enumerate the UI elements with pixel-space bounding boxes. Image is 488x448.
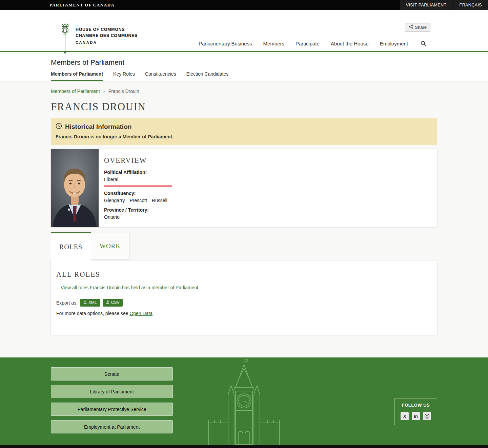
export-row: Export as: XML CSV — [56, 299, 432, 307]
nav-members[interactable]: Members — [263, 41, 284, 46]
breadcrumb: Members of Parliament › Francis Drouin — [51, 81, 437, 94]
download-icon — [106, 300, 109, 305]
province-value: Ontario — [104, 214, 172, 220]
chevron-right-icon: › — [103, 88, 105, 94]
all-roles-card: ALL ROLES View all roles Francis Drouin … — [51, 261, 437, 335]
open-data-link[interactable]: Open Data — [129, 311, 152, 316]
footer: Senate Library of Parliament Parliamenta… — [0, 357, 488, 445]
employment-at-parliament-button[interactable]: Employment at Parliament — [51, 420, 173, 433]
visit-parliament-link[interactable]: VISIT PARLIAMENT — [400, 0, 453, 10]
view-all-roles-link[interactable]: View all roles Francis Drouin has held a… — [61, 285, 200, 290]
house-of-commons-crest-icon — [59, 23, 72, 55]
parliament-of-canada-brand: PARLIAMENT OF CANADA — [0, 0, 115, 10]
constituency-value: Glengarry—Prescott—Russell — [104, 198, 172, 203]
export-xml-label: XML — [88, 300, 97, 305]
tab-roles[interactable]: ROLES — [51, 232, 91, 261]
political-affiliation-value: Liberal — [104, 177, 172, 182]
follow-us-box: FOLLOW US X in — [394, 398, 437, 425]
tab-key-roles[interactable]: Key Roles — [113, 71, 135, 81]
house-of-commons-logo[interactable]: HOUSE OF COMMONS CHAMBRE DES COMMUNES CA… — [59, 23, 138, 55]
export-csv-button[interactable]: CSV — [103, 299, 123, 307]
overview-card: OVERVIEW Political Affiliation: Liberal … — [51, 149, 437, 227]
nav-participate[interactable]: Participate — [296, 41, 320, 46]
all-roles-heading: ALL ROLES — [56, 270, 432, 279]
breadcrumb-current: Francis Drouin — [108, 89, 139, 94]
share-button[interactable]: Share — [405, 23, 430, 32]
follow-us-label: FOLLOW US — [398, 403, 433, 408]
library-of-parliament-button[interactable]: Library of Parliament — [51, 385, 173, 398]
section-header: Members of Parliament Members of Parliam… — [0, 52, 488, 81]
historical-information-banner: Historical Information Francis Drouin is… — [51, 118, 437, 145]
nav-employment[interactable]: Employment — [380, 41, 408, 46]
peace-tower-illustration — [202, 357, 286, 445]
tab-members-of-parliament[interactable]: Members of Parliament — [51, 71, 103, 81]
main-nav: Parliamentary Business Members Participa… — [199, 41, 426, 46]
overview-heading: OVERVIEW — [104, 156, 172, 165]
top-bar: PARLIAMENT OF CANADA VISIT PARLIAMENT FR… — [0, 0, 488, 10]
logo-line-fr: CHAMBRE DES COMMUNES — [76, 33, 138, 39]
province-label: Province / Territory: — [104, 207, 172, 213]
tab-election-candidates[interactable]: Election Candidates — [186, 71, 229, 81]
site-header: HOUSE OF COMMONS CHAMBRE DES COMMUNES CA… — [0, 10, 488, 52]
tab-constituencies[interactable]: Constituencies — [145, 71, 176, 81]
export-xml-button[interactable]: XML — [80, 299, 100, 307]
x-twitter-icon[interactable]: X — [401, 412, 409, 420]
breadcrumb-members-of-parliament[interactable]: Members of Parliament — [51, 89, 100, 94]
logo-wordmark: HOUSE OF COMMONS CHAMBRE DES COMMUNES CA… — [76, 23, 138, 55]
notice-heading: Historical Information — [56, 123, 432, 131]
section-title: Members of Parliament — [51, 58, 437, 66]
search-icon[interactable] — [421, 41, 426, 46]
instagram-icon[interactable] — [423, 412, 431, 420]
logo-line-en: HOUSE OF COMMONS — [76, 27, 138, 33]
language-toggle-francais[interactable]: FRANÇAIS — [453, 0, 488, 10]
clock-icon — [56, 123, 62, 131]
export-csv-label: CSV — [111, 300, 120, 305]
senate-button[interactable]: Senate — [51, 367, 173, 381]
footer-buttons: Senate Library of Parliament Parliamenta… — [51, 367, 173, 438]
section-tabs: Members of Parliament Key Roles Constitu… — [51, 71, 437, 81]
top-bar-right: VISIT PARLIAMENT FRANÇAIS — [400, 0, 488, 10]
member-portrait-photo — [51, 149, 99, 227]
nav-parliamentary-business[interactable]: Parliamentary Business — [199, 41, 252, 46]
overview-body: OVERVIEW Political Affiliation: Liberal … — [99, 149, 179, 227]
more-data-text: For more data options, please see Open D… — [56, 311, 432, 316]
share-icon — [409, 24, 413, 30]
nav-about-the-house[interactable]: About the House — [331, 41, 369, 46]
more-data-prefix: For more data options, please see — [56, 311, 128, 316]
page-title: FRANCIS DROUIN — [51, 101, 437, 113]
linkedin-icon[interactable]: in — [412, 412, 420, 420]
notice-message: Francis Drouin is no longer a Member of … — [56, 134, 432, 139]
party-color-bar — [104, 186, 172, 187]
share-label: Share — [415, 25, 427, 30]
constituency-label: Constituency: — [104, 191, 172, 196]
tab-work[interactable]: WORK — [91, 233, 129, 260]
download-icon — [83, 300, 87, 305]
notice-title: Historical Information — [65, 123, 131, 131]
main-content: Members of Parliament › Francis Drouin F… — [0, 81, 488, 357]
export-as-label: Export as: — [56, 300, 78, 306]
parliamentary-protective-service-button[interactable]: Parliamentary Protective Service — [51, 403, 173, 416]
bottom-bar: Important Notices Open Data Info for Med… — [0, 445, 488, 448]
social-icons: X in — [398, 412, 433, 420]
content-tabs: ROLES WORK — [51, 232, 437, 261]
political-affiliation-label: Political Affiliation: — [104, 170, 172, 175]
logo-line-canada: CANADA — [76, 40, 138, 44]
